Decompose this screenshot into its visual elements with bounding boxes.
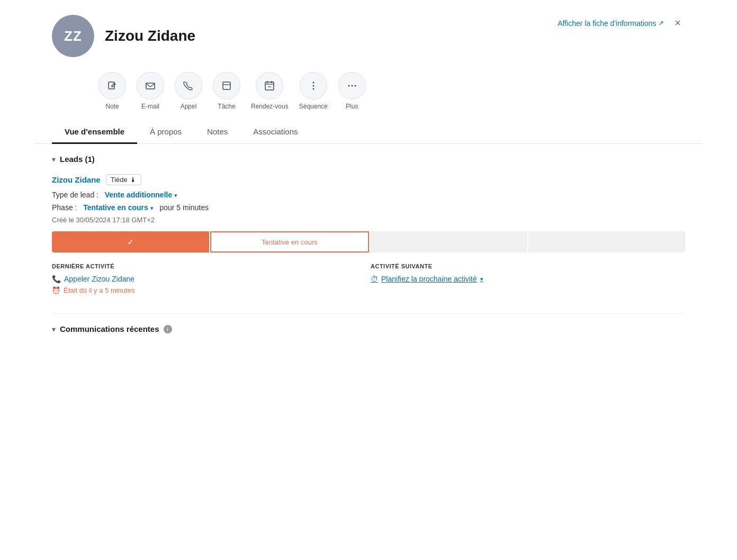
action-sequence[interactable]: Séquence	[299, 72, 328, 110]
action-meeting[interactable]: Rendez-vous	[251, 72, 289, 110]
action-email[interactable]: E-mail	[137, 72, 164, 110]
note-icon	[107, 80, 118, 91]
lead-card: Zizou Zidane Tiède 🌡 Type de lead : Vent…	[52, 172, 685, 303]
progress-segment-2: Tentative en cours	[210, 231, 370, 252]
next-activity-link[interactable]: ⏱ Planifiez la prochaine activité ▾	[371, 275, 681, 283]
svg-rect-1	[146, 83, 155, 89]
schedule-clock-icon: ⏱	[371, 275, 378, 283]
sequence-label: Séquence	[299, 103, 328, 110]
external-link-icon: ↗	[658, 19, 664, 27]
svg-point-13	[351, 85, 353, 87]
sequence-circle[interactable]	[300, 72, 327, 100]
tab-overview[interactable]: Vue d'ensemble	[52, 121, 137, 144]
checkmark-icon: ✓	[127, 237, 134, 247]
activity-row: DERNIÈRE ACTIVITÉ 📞 Appeler Zizou Zidane…	[52, 263, 685, 294]
email-label: E-mail	[141, 103, 159, 110]
main-content: ▾ Leads (1) Zizou Zidane Tiède 🌡 Type de…	[35, 144, 702, 344]
leads-chevron-icon: ▾	[52, 155, 56, 164]
more-label: Plus	[346, 103, 358, 110]
call-circle[interactable]	[175, 72, 202, 100]
svg-point-9	[312, 82, 314, 84]
note-label: Note	[105, 103, 119, 110]
svg-point-10	[312, 85, 314, 87]
comm-chevron-icon: ▾	[52, 325, 56, 333]
close-button[interactable]: ×	[670, 15, 685, 31]
header-right: Afficher la fiche d'informations ↗ ×	[558, 15, 685, 31]
last-activity-col: DERNIÈRE ACTIVITÉ 📞 Appeler Zizou Zidane…	[52, 263, 366, 294]
communications-section: ▾ Communications récentes i	[52, 314, 685, 344]
next-activity-title: ACTIVITÉ SUIVANTE	[371, 263, 681, 269]
tab-notes[interactable]: Notes	[194, 121, 240, 144]
svg-point-12	[348, 85, 349, 87]
schedule-dropdown-icon[interactable]: ▾	[480, 276, 483, 283]
tabs: Vue d'ensemble À propos Notes Associatio…	[35, 121, 702, 144]
email-icon	[145, 80, 156, 91]
contact-panel: ZZ Zizou Zidane Afficher la fiche d'info…	[35, 0, 702, 344]
action-note[interactable]: Note	[98, 72, 126, 110]
info-icon: i	[164, 325, 172, 333]
lead-type-dropdown-icon[interactable]: ▾	[174, 192, 177, 198]
info-link[interactable]: Afficher la fiche d'informations ↗	[558, 19, 664, 28]
lead-phase-link[interactable]: Tentative en cours	[83, 203, 148, 212]
meeting-circle[interactable]	[256, 72, 283, 100]
calendar-icon	[264, 80, 275, 91]
lead-type-row: Type de lead : Vente additionnelle ▾	[52, 191, 685, 199]
svg-point-11	[312, 88, 314, 90]
lead-badge: Tiède 🌡	[106, 174, 141, 185]
action-call[interactable]: Appel	[175, 72, 202, 110]
leads-section-title: Leads (1)	[60, 155, 95, 164]
svg-rect-2	[223, 82, 230, 89]
avatar: ZZ	[52, 15, 94, 57]
last-activity-link[interactable]: 📞 Appeler Zizou Zidane	[52, 275, 362, 283]
call-label: Appel	[181, 103, 197, 110]
action-more[interactable]: Plus	[338, 72, 366, 110]
svg-point-14	[354, 85, 356, 87]
svg-rect-0	[109, 82, 114, 89]
next-activity-col: ACTIVITÉ SUIVANTE ⏱ Planifiez la prochai…	[366, 263, 685, 294]
thermometer-icon: 🌡	[130, 176, 137, 184]
phone-icon	[183, 80, 194, 91]
tab-associations[interactable]: Associations	[240, 121, 310, 144]
last-activity-title: DERNIÈRE ACTIVITÉ	[52, 263, 362, 269]
contact-name: Zizou Zidane	[105, 28, 195, 44]
progress-segment-1: ✓	[52, 231, 209, 252]
task-icon	[221, 80, 232, 91]
task-circle[interactable]	[213, 72, 240, 100]
task-label: Tâche	[218, 103, 235, 110]
clock-icon: ⏰	[52, 286, 60, 294]
header-left: ZZ Zizou Zidane	[52, 15, 195, 57]
note-circle[interactable]	[98, 72, 126, 100]
lead-phase-dropdown-icon[interactable]: ▾	[150, 205, 154, 211]
communications-header[interactable]: ▾ Communications récentes i	[52, 324, 685, 333]
lead-name-link[interactable]: Zizou Zidane	[52, 175, 101, 184]
progress-segment-4	[528, 231, 686, 252]
comm-section-title: Communications récentes	[60, 324, 159, 333]
lead-type-link[interactable]: Vente additionnelle	[105, 191, 173, 199]
more-circle[interactable]	[338, 72, 366, 100]
meeting-label: Rendez-vous	[251, 103, 289, 110]
action-task[interactable]: Tâche	[213, 72, 240, 110]
progress-segment-3	[370, 231, 527, 252]
action-buttons: Note E-mail Appel	[35, 66, 702, 121]
leads-section-header[interactable]: ▾ Leads (1)	[52, 155, 685, 164]
email-circle[interactable]	[137, 72, 164, 100]
svg-rect-4	[265, 82, 274, 90]
sequence-icon	[308, 80, 319, 91]
lead-created-date: Créé le 30/05/2024 17:18 GMT+2	[52, 216, 685, 224]
tab-about[interactable]: À propos	[137, 121, 194, 144]
lead-phase-row: Phase : Tentative en cours ▾ pour 5 minu…	[52, 203, 685, 212]
lead-progress-bar: ✓ Tentative en cours	[52, 231, 685, 252]
activity-overdue: ⏰ Était dû il y a 5 minutes	[52, 286, 362, 294]
lead-name-row: Zizou Zidane Tiède 🌡	[52, 174, 685, 185]
more-icon	[347, 80, 357, 91]
phone-small-icon: 📞	[52, 275, 61, 283]
contact-header: ZZ Zizou Zidane Afficher la fiche d'info…	[35, 0, 702, 66]
leads-section: ▾ Leads (1) Zizou Zidane Tiède 🌡 Type de…	[52, 144, 685, 314]
